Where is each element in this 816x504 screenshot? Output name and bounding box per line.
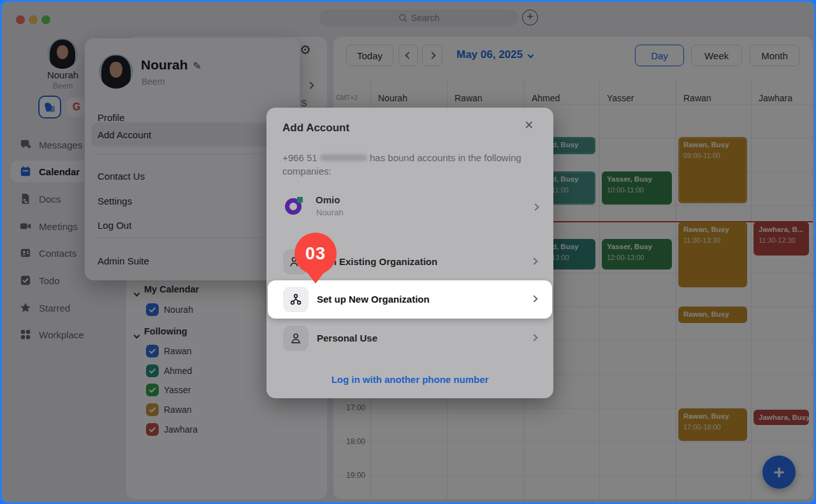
chevron-right-icon xyxy=(530,334,537,341)
login-other-phone-link[interactable]: Log in with another phone number xyxy=(266,374,553,385)
option-set-up-new-organization[interactable]: Set up New Organization xyxy=(268,280,552,319)
option-personal-use[interactable]: Personal Use xyxy=(268,322,552,355)
omio-logo-icon xyxy=(285,197,304,216)
chevron-right-icon xyxy=(530,257,537,264)
app-window: Search + Nourah Beem G MessagesCalendarD… xyxy=(0,0,816,504)
close-icon[interactable]: × xyxy=(525,117,533,134)
chevron-right-icon xyxy=(532,203,539,210)
step-badge: 03 xyxy=(295,233,337,275)
chevron-right-icon xyxy=(530,295,537,302)
add-account-modal: Add Account × +966 51 has bound accounts… xyxy=(266,108,553,398)
modal-title: Add Account xyxy=(282,122,349,134)
option-label: Personal Use xyxy=(317,333,377,343)
modal-description: +966 51 has bound accounts in the follow… xyxy=(282,151,537,178)
org-icon xyxy=(283,287,309,312)
company-subtitle: Nourah xyxy=(316,208,344,217)
option-label: Set up New Organization xyxy=(317,294,430,305)
company-name: Omio xyxy=(316,194,340,205)
masked-phone-number xyxy=(320,154,367,161)
person-icon xyxy=(283,326,309,351)
company-row-omio[interactable]: Omio Nourah xyxy=(266,191,553,224)
